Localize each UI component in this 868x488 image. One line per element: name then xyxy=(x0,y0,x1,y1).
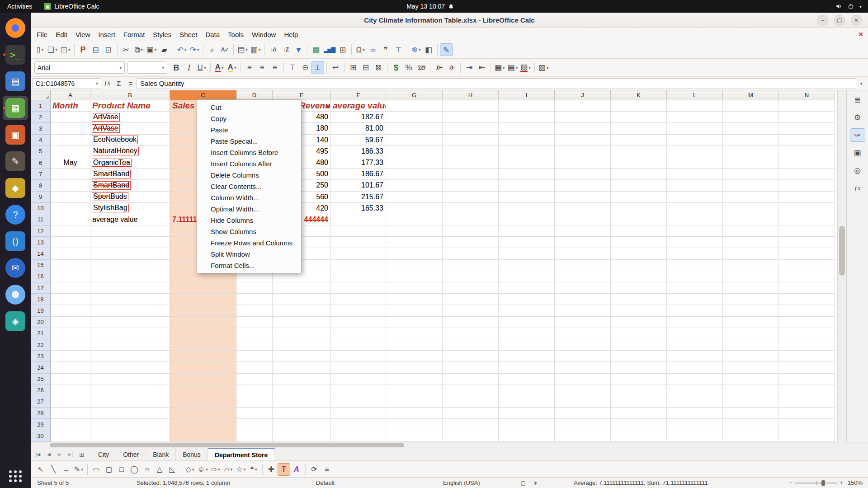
cell-J9[interactable] xyxy=(555,192,611,203)
column-header-D[interactable]: D xyxy=(236,90,273,100)
cell-L19[interactable] xyxy=(667,305,723,316)
format-as-percent-button[interactable]: % xyxy=(402,61,415,74)
cell-I20[interactable] xyxy=(499,317,555,328)
context-menu-item-copy[interactable]: Copy xyxy=(197,113,301,124)
format-as-currency-button[interactable]: $ xyxy=(390,61,402,74)
row-header-16[interactable]: 16 xyxy=(31,271,51,282)
column-header-L[interactable]: L xyxy=(667,90,723,100)
cell-G19[interactable] xyxy=(386,305,443,316)
edit-points-button[interactable]: ✚ xyxy=(265,463,278,476)
cell-B17[interactable] xyxy=(90,282,170,294)
cell-H24[interactable] xyxy=(443,362,499,373)
cell-B27[interactable] xyxy=(90,396,170,408)
print-preview-button[interactable]: ⊡ xyxy=(102,43,115,56)
cell-G25[interactable] xyxy=(386,374,443,385)
cell-M26[interactable] xyxy=(723,385,779,396)
row-header-26[interactable]: 26 xyxy=(31,385,51,396)
cell-F14[interactable] xyxy=(331,248,386,259)
cell-A3[interactable] xyxy=(51,123,90,134)
cell-K30[interactable] xyxy=(611,430,667,441)
cell-D20[interactable] xyxy=(236,317,273,328)
font-size-combo[interactable]: ▾ xyxy=(127,61,167,74)
italic-button[interactable]: I xyxy=(183,61,195,74)
cell-L5[interactable] xyxy=(667,146,723,157)
cell-H12[interactable] xyxy=(443,225,499,237)
name-box[interactable]: C1:C1048576 ▾ xyxy=(33,78,101,89)
cell-N7[interactable] xyxy=(779,169,835,180)
cell-A14[interactable] xyxy=(51,248,90,259)
column-header-G[interactable]: G xyxy=(386,90,443,100)
copy-button[interactable]: ⧉▾ xyxy=(132,43,145,56)
show-applications-button[interactable] xyxy=(9,470,22,485)
new-dropdown-arrow[interactable]: ▾ xyxy=(41,47,43,52)
open-dropdown-arrow[interactable]: ▾ xyxy=(55,47,57,52)
new-button[interactable]: ▯▾ xyxy=(33,43,46,56)
insert-text-box-button[interactable]: T xyxy=(278,463,290,476)
cell-K3[interactable] xyxy=(611,123,667,134)
stars-and-banners-button[interactable]: ☆▾ xyxy=(235,463,247,476)
cell-M5[interactable] xyxy=(723,146,779,157)
wrap-text-button[interactable]: ↩ xyxy=(329,61,342,74)
cell-C20[interactable] xyxy=(170,317,236,328)
cell-N27[interactable] xyxy=(779,396,835,408)
cell-B25[interactable] xyxy=(90,374,170,385)
cell-M2[interactable] xyxy=(723,112,779,123)
cell-J29[interactable] xyxy=(555,419,611,430)
cell-L13[interactable] xyxy=(667,237,723,248)
menu-file[interactable]: File xyxy=(33,29,52,40)
highlighting-color-dropdown-arrow[interactable]: ▾ xyxy=(234,66,236,70)
cell-L4[interactable] xyxy=(667,135,723,146)
zoom-slider[interactable] xyxy=(795,480,837,486)
cell-H13[interactable] xyxy=(443,237,499,248)
row-header-1[interactable]: 1 xyxy=(31,100,51,112)
cell-J25[interactable] xyxy=(555,374,611,385)
activities-button[interactable]: Activities xyxy=(0,0,39,13)
cell-I15[interactable] xyxy=(499,260,555,271)
cell-I26[interactable] xyxy=(499,385,555,396)
cell-E29[interactable] xyxy=(273,419,331,430)
row-header-12[interactable]: 12 xyxy=(31,225,51,237)
cell-L18[interactable] xyxy=(667,294,723,305)
find-and-replace-button[interactable]: ⌕ xyxy=(206,43,218,56)
cell-E26[interactable] xyxy=(273,385,331,396)
cell-E20[interactable] xyxy=(273,317,331,328)
previous-sheet-button[interactable]: ◀ xyxy=(43,450,54,460)
column-header-F[interactable]: F xyxy=(331,90,386,100)
cell-N6[interactable] xyxy=(779,157,835,169)
cell-L30[interactable] xyxy=(667,430,723,441)
cell-J12[interactable] xyxy=(555,225,611,237)
cell-F3[interactable]: 81.00 xyxy=(331,123,386,134)
row-header-2[interactable]: 2 xyxy=(31,112,51,123)
context-menu-item-delete-columns[interactable]: Delete Columns xyxy=(197,169,301,181)
cell-M7[interactable] xyxy=(723,169,779,180)
column-header-I[interactable]: I xyxy=(499,90,555,100)
border-style-button[interactable]: ▤▾ xyxy=(506,61,519,74)
menu-format[interactable]: Format xyxy=(119,29,149,40)
row-header-10[interactable]: 10 xyxy=(31,203,51,214)
cell-D28[interactable] xyxy=(236,408,273,419)
symbol-shapes-dropdown-arrow[interactable]: ▾ xyxy=(206,467,208,472)
row-header-3[interactable]: 3 xyxy=(31,123,51,134)
cell-K26[interactable] xyxy=(611,385,667,396)
cell-H28[interactable] xyxy=(443,408,499,419)
cell-N25[interactable] xyxy=(779,374,835,385)
insert-line-button[interactable]: ╲ xyxy=(47,463,60,476)
cell-F22[interactable] xyxy=(331,339,386,351)
symbol-shapes-button[interactable]: ☺▾ xyxy=(196,463,209,476)
formula-button[interactable]: = xyxy=(125,78,137,89)
cell-F9[interactable]: 215.67 xyxy=(331,192,386,203)
next-sheet-button[interactable]: ▶ xyxy=(54,450,65,460)
sheet-tab-blank[interactable]: Blank xyxy=(146,448,176,460)
flowchart-shapes-button[interactable]: ▱▾ xyxy=(222,463,235,476)
cell-B15[interactable] xyxy=(90,260,170,271)
cell-F1[interactable]: average value xyxy=(331,100,386,112)
cell-B1[interactable]: Product Name xyxy=(90,100,170,112)
increase-indent-button[interactable]: ⇥ xyxy=(463,61,476,74)
font-name-dropdown-arrow[interactable]: ▾ xyxy=(119,66,122,70)
cell-F21[interactable] xyxy=(331,328,386,339)
language-status[interactable]: English (USA) xyxy=(443,479,480,486)
dock-libreoffice-draw[interactable]: ◆ xyxy=(3,176,28,200)
cell-L28[interactable] xyxy=(667,408,723,419)
dock-vscode[interactable]: ⟨⟩ xyxy=(3,229,28,253)
cell-K4[interactable] xyxy=(611,135,667,146)
